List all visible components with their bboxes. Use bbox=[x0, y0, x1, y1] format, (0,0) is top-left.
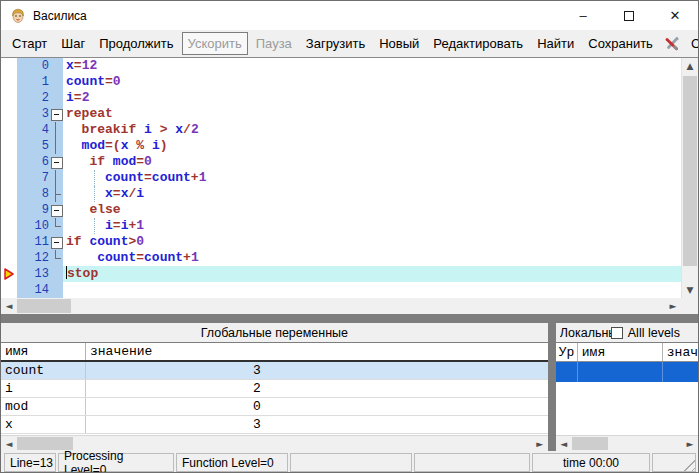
horizontal-scroll-thumb[interactable] bbox=[17, 299, 71, 313]
locals-selected-row[interactable] bbox=[556, 362, 698, 382]
resize-grip[interactable] bbox=[681, 457, 695, 471]
code-text[interactable]: count=0 bbox=[63, 74, 681, 90]
code-line-12[interactable]: 12 count=count+1 bbox=[1, 250, 681, 266]
vertical-scrollbar[interactable]: ▲ ▼ bbox=[681, 58, 698, 298]
menu-item-start[interactable]: Старт bbox=[6, 32, 53, 55]
menu-item-step[interactable]: Шаг bbox=[55, 32, 91, 55]
scroll-left-icon[interactable]: ◄ bbox=[1, 436, 17, 452]
fold-collapse-icon[interactable] bbox=[49, 202, 63, 218]
marker-margin bbox=[1, 122, 17, 138]
scroll-down-icon[interactable]: ▼ bbox=[682, 282, 698, 298]
locals-horizontal-scrollbar[interactable]: ◄ ► bbox=[556, 435, 698, 451]
scroll-up-icon[interactable]: ▲ bbox=[682, 58, 698, 74]
menu-item-save[interactable]: Сохранить bbox=[582, 32, 659, 55]
titlebar: Василиса – ✕ bbox=[1, 1, 698, 30]
globals-column-header: имя значение bbox=[1, 343, 548, 362]
maximize-button[interactable] bbox=[606, 1, 652, 30]
gutter: 8 bbox=[17, 186, 63, 202]
menu-item-help[interactable]: Справка bbox=[685, 32, 699, 55]
scroll-right-icon[interactable]: ► bbox=[532, 436, 548, 452]
menu-item-pause[interactable]: Пауза bbox=[250, 32, 298, 55]
marker-margin bbox=[1, 250, 17, 266]
line-number: 6 bbox=[17, 154, 49, 170]
menu-item-edit[interactable]: Редактировать bbox=[427, 32, 529, 55]
status-line: Line=13 bbox=[4, 453, 56, 472]
scroll-left-icon[interactable]: ◄ bbox=[556, 436, 572, 452]
code-line-5[interactable]: 5 mod=(x % i) bbox=[1, 138, 681, 154]
vertical-splitter[interactable] bbox=[548, 323, 556, 451]
globals-col-value[interactable]: значение bbox=[86, 343, 548, 360]
code-line-14[interactable]: 14 bbox=[1, 282, 681, 298]
scroll-right-icon[interactable]: ► bbox=[665, 298, 681, 314]
execution-arrow-icon bbox=[1, 266, 17, 282]
line-number: 8 bbox=[17, 186, 49, 202]
table-row[interactable]: mod0 bbox=[1, 398, 548, 416]
code-line-0[interactable]: 0x=12 bbox=[1, 58, 681, 74]
table-row[interactable]: count3 bbox=[1, 362, 548, 380]
tools-icon[interactable] bbox=[660, 36, 684, 52]
fold-tree-mark bbox=[49, 282, 63, 298]
line-number: 9 bbox=[17, 202, 49, 218]
menu-item-continue[interactable]: Продолжить bbox=[93, 32, 179, 55]
code-text[interactable]: stop bbox=[63, 266, 681, 282]
table-row[interactable]: i2 bbox=[1, 380, 548, 398]
code-line-9[interactable]: 9 else bbox=[1, 202, 681, 218]
code-text[interactable]: repeat bbox=[63, 106, 681, 122]
code-line-4[interactable]: 4 breakif i > x/2 bbox=[1, 122, 681, 138]
marker-margin bbox=[1, 170, 17, 186]
menu-item-load[interactable]: Загрузить bbox=[300, 32, 371, 55]
gutter: 5 bbox=[17, 138, 63, 154]
window-title: Василиса bbox=[33, 9, 87, 23]
code-line-1[interactable]: 1count=0 bbox=[1, 74, 681, 90]
vertical-scroll-thumb[interactable] bbox=[683, 76, 697, 266]
globals-col-name[interactable]: имя bbox=[1, 343, 86, 360]
locals-col-value[interactable]: знач bbox=[663, 343, 698, 361]
code-lines[interactable]: 0x=121count=02i=23repeat4 breakif i > x/… bbox=[1, 58, 681, 298]
code-line-6[interactable]: 6 if mod=0 bbox=[1, 154, 681, 170]
code-text[interactable]: else bbox=[63, 202, 681, 218]
fold-collapse-icon[interactable] bbox=[49, 234, 63, 250]
fold-collapse-icon[interactable] bbox=[49, 154, 63, 170]
locals-col-name[interactable]: имя bbox=[578, 343, 663, 361]
code-line-3[interactable]: 3repeat bbox=[1, 106, 681, 122]
status-end-panel bbox=[652, 453, 696, 472]
code-text[interactable] bbox=[63, 282, 681, 298]
line-number: 4 bbox=[17, 122, 49, 138]
table-row[interactable]: x3 bbox=[1, 416, 548, 434]
line-number: 10 bbox=[17, 218, 49, 234]
horizontal-scroll-thumb[interactable] bbox=[572, 437, 608, 450]
code-line-8[interactable]: 8 x=x/i bbox=[1, 186, 681, 202]
code-text[interactable]: x=x/i bbox=[63, 186, 681, 202]
fold-tree-mark bbox=[49, 170, 63, 186]
menu-item-accelerate[interactable]: Ускорить bbox=[182, 32, 248, 55]
minimize-button[interactable]: – bbox=[560, 1, 606, 30]
gutter: 11 bbox=[17, 234, 63, 250]
marker-margin bbox=[1, 154, 17, 170]
code-text[interactable]: x=12 bbox=[63, 58, 681, 74]
code-line-11[interactable]: 11if count>0 bbox=[1, 234, 681, 250]
menu-item-find[interactable]: Найти bbox=[531, 32, 580, 55]
code-text[interactable]: mod=(x % i) bbox=[63, 138, 681, 154]
code-line-2[interactable]: 2i=2 bbox=[1, 90, 681, 106]
scroll-left-icon[interactable]: ◄ bbox=[1, 298, 17, 314]
line-number: 1 bbox=[17, 74, 49, 90]
horizontal-splitter[interactable] bbox=[1, 313, 698, 323]
code-text[interactable]: breakif i > x/2 bbox=[63, 122, 681, 138]
code-line-7[interactable]: 7 count=count+1 bbox=[1, 170, 681, 186]
code-text[interactable]: count=count+1 bbox=[63, 250, 681, 266]
all-levels-checkbox[interactable] bbox=[611, 327, 623, 339]
editor-horizontal-scrollbar[interactable]: ◄ ► bbox=[1, 298, 698, 314]
close-button[interactable]: ✕ bbox=[652, 1, 698, 30]
code-line-13[interactable]: 13stop bbox=[1, 266, 681, 282]
menu-item-new[interactable]: Новый bbox=[373, 32, 425, 55]
locals-col-level[interactable]: Ур bbox=[556, 343, 578, 361]
code-text[interactable]: count=count+1 bbox=[63, 170, 681, 186]
code-text[interactable]: i=i+1 bbox=[63, 218, 681, 234]
code-text[interactable]: if mod=0 bbox=[63, 154, 681, 170]
code-line-10[interactable]: 10 i=i+1 bbox=[1, 218, 681, 234]
code-text[interactable]: if count>0 bbox=[63, 234, 681, 250]
code-text[interactable]: i=2 bbox=[63, 90, 681, 106]
gutter: 3 bbox=[17, 106, 63, 122]
scroll-right-icon[interactable]: ► bbox=[682, 436, 698, 452]
fold-collapse-icon[interactable] bbox=[49, 106, 63, 122]
